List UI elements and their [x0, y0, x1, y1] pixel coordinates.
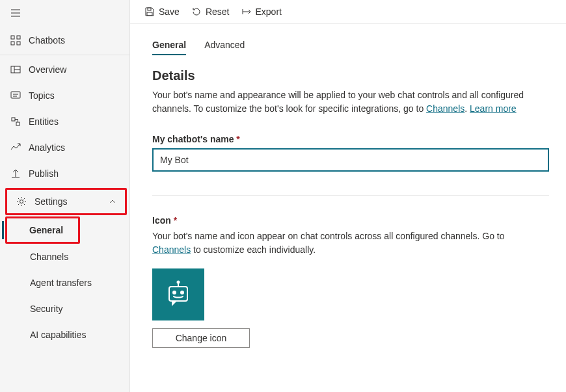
details-title: Details	[152, 68, 544, 83]
save-label: Save	[159, 7, 180, 17]
chevron-up-icon	[109, 198, 116, 205]
name-field-label: My chatbot's name *	[152, 134, 544, 144]
subnav-item-ai-capabilities[interactable]: AI capabilities	[0, 322, 129, 348]
svg-rect-5	[11, 42, 14, 45]
sidebar-item-label: Topics	[29, 90, 55, 101]
toolbar: Save Reset Export	[130, 0, 566, 24]
svg-rect-26	[169, 287, 187, 301]
svg-rect-4	[17, 36, 20, 39]
sidebar-item-label: Overview	[29, 64, 66, 75]
sidebar-chatbots-label: Chatbots	[29, 35, 65, 46]
svg-rect-6	[17, 42, 20, 45]
svg-point-28	[181, 291, 183, 294]
save-button[interactable]: Save	[144, 7, 180, 17]
sidebar-item-settings[interactable]: Settings	[5, 188, 127, 215]
main-panel: Save Reset Export General	[130, 0, 566, 392]
analytics-icon	[10, 142, 21, 153]
subnav-label: Agent transfers	[30, 278, 92, 288]
sidebar-chatbots[interactable]: Chatbots	[0, 26, 129, 55]
subnav-label: Security	[30, 304, 63, 314]
sidebar-item-label: Entities	[29, 116, 59, 127]
change-icon-button[interactable]: Change icon	[152, 328, 250, 348]
content: General Advanced Details Your bot's name…	[130, 24, 566, 359]
change-icon-label: Change icon	[176, 333, 227, 343]
hamburger-menu[interactable]	[0, 0, 129, 26]
tab-advanced[interactable]: Advanced	[204, 36, 245, 55]
subnav-label: General	[29, 225, 63, 235]
sidebar-item-label: Analytics	[29, 142, 65, 153]
svg-rect-3	[11, 36, 14, 39]
export-label: Export	[256, 7, 282, 17]
svg-rect-14	[16, 122, 20, 125]
export-icon	[241, 7, 252, 17]
sidebar-item-label: Publish	[29, 168, 59, 179]
sidebar-settings-label: Settings	[34, 196, 68, 207]
divider	[152, 195, 549, 196]
icon-field-label: Icon *	[152, 215, 544, 226]
details-description: Your bot's name and appearance will be a…	[152, 88, 544, 116]
learn-more-link[interactable]: Learn more	[470, 103, 517, 114]
svg-rect-21	[147, 12, 152, 16]
icon-description: Your bot's name and icon appear on chat …	[152, 229, 544, 257]
publish-icon	[10, 168, 21, 179]
save-icon	[144, 7, 155, 17]
sidebar-item-analytics[interactable]: Analytics	[0, 135, 129, 161]
reset-label: Reset	[206, 7, 230, 17]
sidebar-item-overview[interactable]: Overview	[0, 57, 129, 83]
grid-icon	[10, 35, 21, 46]
subnav-label: Channels	[30, 252, 68, 262]
entities-icon	[10, 116, 21, 127]
tab-general[interactable]: General	[152, 36, 186, 55]
sidebar-item-topics[interactable]: Topics	[0, 83, 129, 109]
reset-icon	[191, 7, 202, 17]
channels-link-2[interactable]: Channels	[152, 244, 191, 255]
reset-button[interactable]: Reset	[191, 7, 230, 17]
sidebar-item-publish[interactable]: Publish	[0, 161, 129, 187]
bot-icon-preview	[152, 268, 204, 320]
subnav-item-agent-transfers[interactable]: Agent transfers	[0, 270, 129, 296]
settings-subnav: General Channels Agent transfers Securit…	[0, 216, 129, 348]
svg-point-19	[20, 200, 23, 203]
chatbot-name-input[interactable]	[152, 148, 549, 172]
svg-rect-13	[12, 118, 15, 121]
required-asterisk: *	[174, 215, 177, 226]
channels-link[interactable]: Channels	[426, 103, 465, 114]
bot-icon	[163, 279, 194, 310]
overview-icon	[10, 64, 21, 75]
subnav-item-security[interactable]: Security	[0, 296, 129, 322]
required-asterisk: *	[236, 134, 239, 144]
tab-label: General	[152, 40, 186, 50]
gear-icon	[16, 196, 27, 207]
tabs: General Advanced	[152, 36, 544, 55]
topics-icon	[10, 90, 21, 101]
svg-point-25	[178, 281, 180, 283]
export-button[interactable]: Export	[241, 7, 282, 17]
subnav-label: AI capabilities	[30, 330, 86, 340]
subnav-item-general[interactable]: General	[5, 216, 80, 244]
tab-label: Advanced	[204, 40, 245, 50]
svg-point-27	[173, 291, 176, 294]
subnav-item-channels[interactable]: Channels	[0, 244, 129, 270]
sidebar: Chatbots Overview Topics Entities Ana	[0, 0, 130, 392]
svg-rect-10	[11, 92, 20, 98]
hamburger-icon	[10, 8, 119, 18]
sidebar-item-entities[interactable]: Entities	[0, 109, 129, 135]
svg-rect-20	[148, 8, 151, 10]
